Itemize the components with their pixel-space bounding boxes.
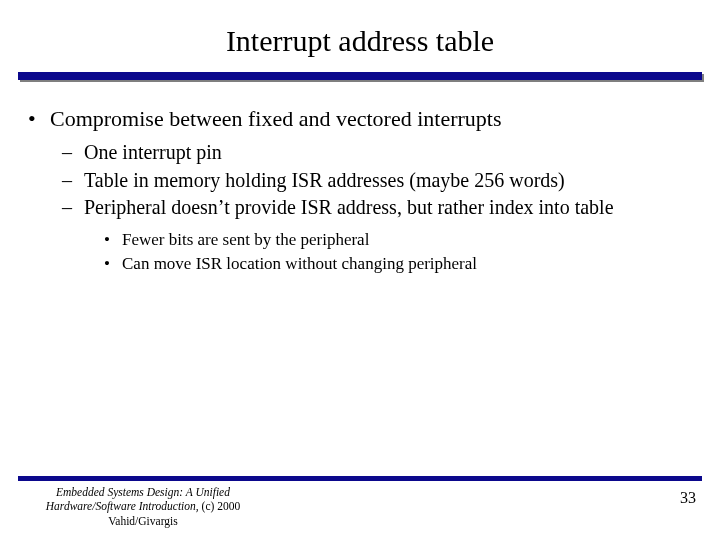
- bullet-level1: • Compromise between fixed and vectored …: [20, 106, 700, 132]
- bullet-marker: •: [104, 229, 122, 251]
- content-area: • Compromise between fixed and vectored …: [0, 80, 720, 275]
- dash-marker: –: [62, 140, 84, 166]
- footer-citation: Embedded Systems Design: A Unified Hardw…: [18, 485, 268, 528]
- bullet-text: Can move ISR location without changing p…: [122, 253, 477, 275]
- bullet-level2: – One interrupt pin: [20, 140, 700, 166]
- sub-bullets: • Fewer bits are sent by the peripheral …: [20, 229, 700, 275]
- bullet-marker: •: [104, 253, 122, 275]
- slide: Interrupt address table • Compromise bet…: [0, 0, 720, 540]
- bullet-marker: •: [28, 106, 50, 132]
- bullet-text: One interrupt pin: [84, 140, 222, 166]
- slide-title: Interrupt address table: [0, 0, 720, 72]
- dash-marker: –: [62, 168, 84, 194]
- bullet-level2: – Table in memory holding ISR addresses …: [20, 168, 700, 194]
- footer: Embedded Systems Design: A Unified Hardw…: [0, 476, 720, 528]
- title-divider: [18, 72, 702, 80]
- bullet-level3: • Fewer bits are sent by the peripheral: [20, 229, 700, 251]
- bullet-level3: • Can move ISR location without changing…: [20, 253, 700, 275]
- footer-row: Embedded Systems Design: A Unified Hardw…: [18, 485, 702, 528]
- footer-divider: [18, 476, 702, 481]
- bullet-text: Peripheral doesn’t provide ISR address, …: [84, 195, 614, 221]
- bullet-level2: – Peripheral doesn’t provide ISR address…: [20, 195, 700, 221]
- dash-marker: –: [62, 195, 84, 221]
- footer-line1: Embedded Systems Design: A Unified: [56, 486, 230, 498]
- page-number: 33: [680, 485, 702, 507]
- bullet-text: Table in memory holding ISR addresses (m…: [84, 168, 565, 194]
- bullet-text: Compromise between fixed and vectored in…: [50, 106, 501, 132]
- bullet-text: Fewer bits are sent by the peripheral: [122, 229, 369, 251]
- footer-line2-italic: Hardware/Software Introduction,: [46, 500, 202, 512]
